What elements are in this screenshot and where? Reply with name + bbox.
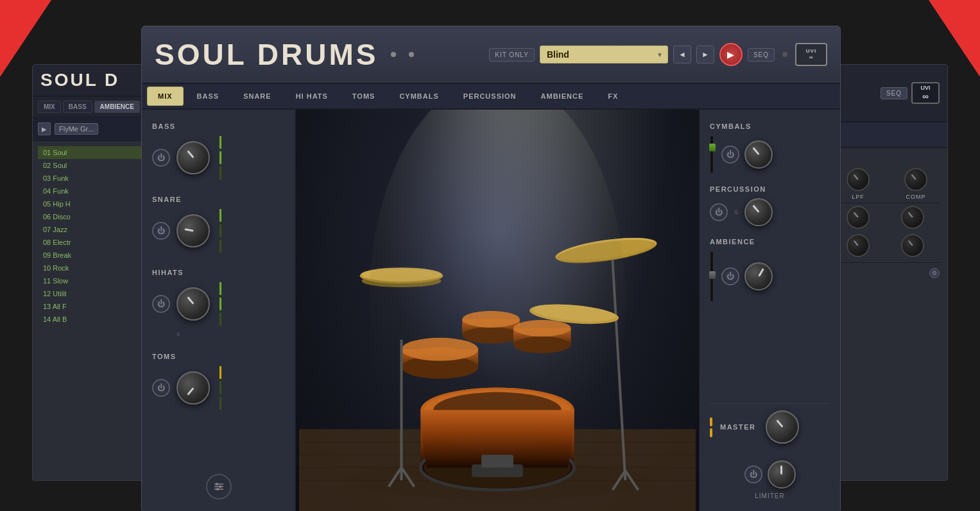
header-dot-1 <box>391 52 396 57</box>
bass-power-button[interactable]: ⏻ <box>152 149 170 167</box>
next-preset-button[interactable]: ► <box>696 46 714 63</box>
percussion-s-label: S <box>734 209 738 215</box>
ambience-fader[interactable] <box>710 251 714 302</box>
back-tab-mix[interactable]: MIX <box>38 101 61 113</box>
eq-knob-6[interactable] <box>901 234 924 257</box>
room-settings-icon[interactable]: ⚙ <box>929 268 940 278</box>
limiter-knob[interactable] <box>768 460 796 489</box>
tab-mix[interactable]: MIX <box>147 87 184 106</box>
back-uvi-logo: UVI∞ <box>911 82 940 104</box>
app-logo: SOUL DRUMS <box>155 37 378 72</box>
back-play-btn[interactable]: ▶ <box>38 122 51 135</box>
percussion-label: PERCUSSION <box>710 185 830 193</box>
tab-fx[interactable]: FX <box>597 87 629 106</box>
toms-level-bar-2 <box>219 381 222 395</box>
ambience-power-button[interactable]: ⏻ <box>721 267 739 285</box>
dropdown-arrow-icon: ▼ <box>657 51 663 58</box>
cymbals-volume-knob[interactable] <box>744 140 773 169</box>
tab-bar: MIX BASS SNARE HI HATS TOMS CYMBALS PERC… <box>142 84 840 110</box>
ambience-fader-handle[interactable] <box>709 271 716 279</box>
tab-toms[interactable]: TOMS <box>341 87 386 106</box>
right-controls-panel: CYMBALS ⏻ PERCUSSION ⏻ <box>699 110 840 511</box>
hihats-section: HIHATS ⏻ S <box>152 269 285 337</box>
snare-power-icon: ⏻ <box>157 226 165 235</box>
lpf-label: LPF <box>852 194 864 200</box>
snare-knob-row: ⏻ <box>152 208 285 253</box>
drum-image-area <box>296 110 699 511</box>
hihats-volume-knob[interactable] <box>176 287 210 321</box>
bass-level-bar-2 <box>219 151 222 165</box>
cymbals-knob-row: ⏻ <box>710 135 830 174</box>
preset-dropdown[interactable]: Blind <box>540 46 668 63</box>
uvi-logo: UVI ∞ <box>795 43 827 66</box>
bass-level-indicator <box>219 135 222 180</box>
content-area: BASS ⏻ SNARE ⏻ <box>142 110 840 511</box>
mix-settings-area <box>152 474 285 499</box>
cymbals-section: CYMBALS ⏻ <box>710 122 830 174</box>
tab-percussion[interactable]: PERCUSSION <box>452 87 528 106</box>
bass-knob-row: ⏻ <box>152 135 285 180</box>
percussion-volume-knob[interactable] <box>744 198 773 226</box>
hihats-power-button[interactable]: ⏻ <box>152 295 170 313</box>
cymbals-fader[interactable] <box>710 135 714 174</box>
tab-bass[interactable]: BASS <box>186 87 230 106</box>
master-level-bars <box>710 417 712 437</box>
bass-volume-knob[interactable] <box>176 141 210 174</box>
snare-power-button[interactable]: ⏻ <box>152 222 170 240</box>
snare-level-bar-1 <box>219 208 222 222</box>
master-volume-knob[interactable] <box>766 410 799 444</box>
master-label: MASTER <box>720 423 755 431</box>
header-dot-3 <box>782 52 787 57</box>
toms-label: TOMS <box>152 353 285 360</box>
snare-level-bar-2 <box>219 224 222 238</box>
svg-point-4 <box>219 485 221 488</box>
limiter-power-button[interactable]: ⏻ <box>744 465 762 483</box>
eq-knob-5[interactable] <box>847 234 870 257</box>
cymbals-fader-handle[interactable] <box>709 144 716 151</box>
bass-level-bar-3 <box>219 166 222 180</box>
lpf-knob[interactable] <box>847 168 870 191</box>
ambience-volume-knob[interactable] <box>744 262 773 290</box>
sliders-icon <box>212 480 225 493</box>
play-button[interactable]: ▶ <box>719 43 743 66</box>
limiter-row: ⏻ <box>744 460 796 489</box>
back-tab-bass[interactable]: BASS <box>63 101 92 113</box>
comp-knob[interactable] <box>904 168 927 191</box>
toms-power-button[interactable]: ⏻ <box>152 379 170 397</box>
bass-label: BASS <box>152 122 285 130</box>
back-seq-badge: SEQ <box>881 87 907 99</box>
lpf-filter: LPF <box>847 168 870 200</box>
kit-only-badge: KIT ONLY <box>489 48 535 62</box>
toms-knob-row: ⏻ <box>152 365 285 410</box>
bass-level-bar-1 <box>219 135 222 149</box>
eq-knob-3[interactable] <box>901 206 924 229</box>
cymbals-power-icon: ⏻ <box>726 150 734 159</box>
limiter-label: LIMITER <box>755 492 784 499</box>
prev-preset-button[interactable]: ◄ <box>673 46 691 63</box>
tab-hihats[interactable]: HI HATS <box>285 87 339 106</box>
eq-knob-2[interactable] <box>847 206 870 229</box>
master-bar-1 <box>710 417 712 426</box>
tab-cymbals[interactable]: CYMBALS <box>388 87 449 106</box>
mix-settings-button[interactable] <box>206 474 232 499</box>
toms-section: TOMS ⏻ <box>152 353 285 410</box>
master-bar-2 <box>710 428 712 437</box>
snare-volume-knob[interactable] <box>176 214 210 247</box>
toms-volume-knob[interactable] <box>176 371 210 405</box>
ambience-label: AMBIENCE <box>710 238 830 246</box>
percussion-power-button[interactable]: ⏻ <box>710 203 728 221</box>
master-section: MASTER <box>710 403 830 449</box>
toms-level-bar-1 <box>219 365 222 380</box>
drum-kit-illustration <box>296 110 699 511</box>
cymbals-power-button[interactable]: ⏻ <box>721 146 739 163</box>
header-bar: SOUL DRUMS KIT ONLY Blind ▼ ◄ ► ▶ SEQ UV… <box>142 26 840 84</box>
back-tab-ambience[interactable]: AMBIENCE <box>94 101 140 113</box>
svg-point-5 <box>216 488 219 490</box>
tab-ambience[interactable]: AMBIENCE <box>530 87 595 106</box>
tab-snare[interactable]: SNARE <box>232 87 282 106</box>
main-panel: SOUL DRUMS KIT ONLY Blind ▼ ◄ ► ▶ SEQ UV… <box>141 26 841 511</box>
preset-selector: Blind ▼ <box>540 46 668 63</box>
ambience-section: AMBIENCE ⏻ <box>710 238 830 302</box>
snare-level-bar-3 <box>219 239 222 253</box>
svg-point-50 <box>370 110 626 511</box>
